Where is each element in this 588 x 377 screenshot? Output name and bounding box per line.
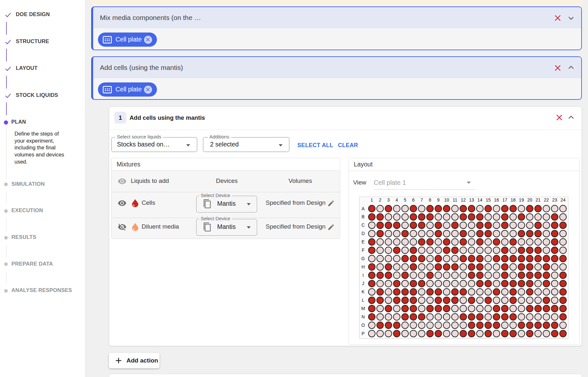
svg-text:C: C (361, 222, 365, 228)
svg-text:O: O (361, 323, 365, 328)
svg-text:14: 14 (477, 197, 483, 203)
svg-text:K: K (361, 289, 365, 294)
svg-text:G: G (361, 256, 365, 261)
svg-text:23: 23 (552, 197, 557, 203)
svg-text:M: M (361, 306, 365, 311)
svg-text:24: 24 (561, 197, 566, 203)
svg-text:1: 1 (371, 197, 373, 203)
svg-text:L: L (362, 297, 364, 303)
svg-text:3: 3 (387, 197, 390, 203)
svg-text:17: 17 (502, 197, 507, 203)
svg-text:21: 21 (535, 197, 541, 203)
svg-text:12: 12 (461, 197, 466, 203)
svg-text:15: 15 (486, 197, 491, 203)
svg-text:5: 5 (404, 197, 406, 203)
svg-text:6: 6 (412, 197, 415, 203)
svg-text:F: F (362, 248, 365, 253)
svg-text:8: 8 (429, 197, 431, 203)
svg-text:H: H (361, 264, 365, 269)
svg-text:I: I (362, 273, 364, 278)
svg-text:20: 20 (527, 197, 532, 203)
svg-text:E: E (361, 239, 364, 244)
svg-text:19: 19 (519, 197, 524, 203)
svg-text:2: 2 (379, 197, 381, 203)
svg-text:D: D (361, 231, 365, 236)
svg-text:A: A (361, 206, 365, 211)
svg-text:B: B (361, 214, 364, 219)
svg-text:4: 4 (396, 197, 398, 203)
svg-text:10: 10 (444, 197, 449, 203)
svg-text:P: P (361, 331, 364, 336)
svg-text:J: J (362, 281, 364, 286)
svg-text:18: 18 (511, 197, 516, 203)
svg-text:13: 13 (469, 197, 474, 203)
svg-text:11: 11 (453, 197, 458, 203)
svg-text:22: 22 (544, 197, 549, 203)
svg-text:7: 7 (420, 197, 423, 203)
svg-text:16: 16 (494, 197, 499, 203)
svg-text:N: N (361, 314, 365, 319)
svg-text:9: 9 (437, 197, 440, 203)
